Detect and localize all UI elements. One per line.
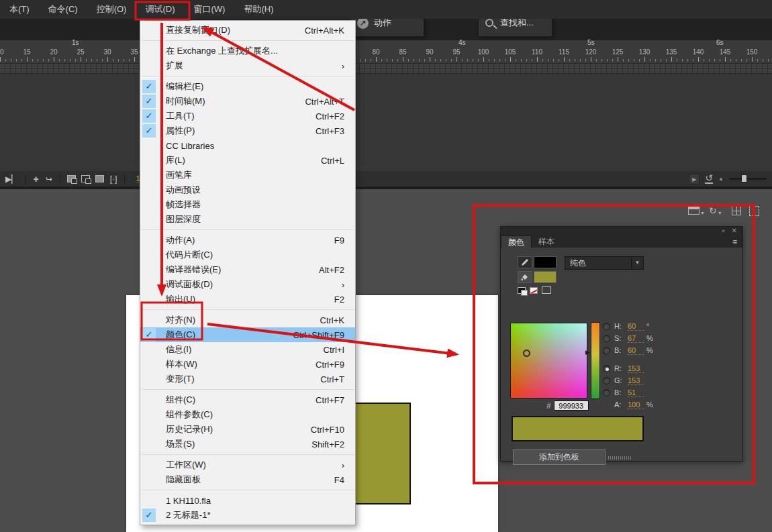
menu-item-label: CC Libraries — [166, 141, 214, 151]
window-menu-item-24[interactable]: 信息(I)Ctrl+I — [140, 342, 355, 357]
color-picker-marker[interactable] — [523, 350, 530, 357]
close-icon[interactable]: ✕ — [732, 227, 737, 235]
fill-color-swatch[interactable] — [534, 271, 557, 283]
window-menu-item-26[interactable]: 变形(T)Ctrl+T — [140, 372, 355, 386]
edit-multiple-frames-icon[interactable] — [95, 175, 104, 182]
menubar-item-4[interactable]: 窗口(W) — [184, 0, 234, 19]
check-spacer — [142, 263, 156, 276]
chevron-down-icon[interactable]: ▼ — [700, 211, 705, 215]
window-menu-item-8[interactable]: ✓属性(P)Ctrl+F3 — [140, 123, 355, 138]
window-menu-item-5[interactable]: ✓编辑栏(E) — [140, 79, 355, 94]
value-number[interactable]: 100 — [628, 401, 644, 409]
color-panel-header[interactable]: « ✕ — [501, 227, 742, 235]
radio-button[interactable] — [603, 377, 610, 384]
window-menu-item-19[interactable]: 调试面板(D)› — [140, 277, 355, 292]
window-menu-item-16[interactable]: 动作(A)F9 — [140, 233, 355, 248]
window-menu-item-20[interactable]: 输出(U)F2 — [140, 292, 355, 307]
scroll-right-icon[interactable]: ▶ — [689, 174, 699, 184]
window-menu-item-18[interactable]: 编译器错误(E)Alt+F2 — [140, 262, 355, 277]
window-menu-item-7[interactable]: ✓工具(T)Ctrl+F2 — [140, 109, 355, 123]
value-number[interactable]: 51 — [628, 388, 644, 397]
window-menu-item-3[interactable]: 扩展› — [140, 58, 355, 73]
window-menu-item-6[interactable]: ✓时间轴(M)Ctrl+Alt+T — [140, 94, 355, 109]
window-menu-item-31[interactable]: 场景(S)Shift+F2 — [140, 437, 355, 451]
center-frame-icon[interactable]: + — [33, 172, 38, 186]
stroke-color-swatch[interactable] — [534, 256, 557, 268]
window-menu-item-30[interactable]: 历史记录(H)Ctrl+F10 — [140, 422, 355, 437]
window-menu-item-10[interactable]: 库(L)Ctrl+L — [140, 153, 355, 168]
chevron-down-icon[interactable]: ▼ — [718, 211, 722, 215]
color-panel: « ✕ 颜色 样本 ≡ 纯色 ▼ — [500, 226, 743, 462]
check-spacer — [142, 183, 156, 197]
radio-button[interactable] — [603, 365, 610, 372]
window-menu-item-12[interactable]: 动画预设 — [140, 182, 355, 197]
clip-outside-stage-icon[interactable] — [749, 206, 759, 216]
window-menu-item-14[interactable]: 图层深度 — [140, 212, 355, 227]
window-menu-item-17[interactable]: 代码片断(C) — [140, 248, 355, 262]
chevron-down-icon[interactable]: ▼ — [631, 257, 643, 269]
rotate-view-icon[interactable]: ↻ — [709, 205, 717, 216]
reset-timeline-zoom-icon[interactable]: ↺ — [705, 174, 713, 184]
window-menu-dropdown: 直接复制窗口(D)Ctrl+Alt+K在 Exchange 上查找扩展名...扩… — [140, 20, 356, 525]
window-menu-item-25[interactable]: 样本(W)Ctrl+F9 — [140, 357, 355, 372]
play-to-end-icon[interactable]: ▶▏ — [5, 172, 17, 186]
black-white-icon[interactable] — [518, 287, 526, 294]
value-number[interactable]: 67 — [628, 334, 644, 343]
radio-button[interactable] — [603, 389, 610, 396]
hex-input[interactable]: 999933 — [554, 401, 589, 411]
timeline-frames-strip[interactable] — [0, 64, 772, 74]
window-menu-item-11[interactable]: 画笔库 — [140, 168, 355, 182]
timeline-zoom-slider[interactable] — [729, 178, 767, 180]
grid-icon[interactable] — [732, 206, 741, 215]
window-menu-item-34[interactable]: 隐藏面板F4 — [140, 472, 355, 487]
window-menu-item-29[interactable]: 组件参数(C) — [140, 407, 355, 422]
onion-skin-icon[interactable] — [67, 175, 76, 182]
menubar-item-5[interactable]: 帮助(H) — [234, 0, 283, 19]
timeline-ruler[interactable]: 1s4s5s6s10152025303540455055606570758085… — [0, 40, 772, 64]
window-menu-item-13[interactable]: 帧选择器 — [140, 197, 355, 212]
panel-resize-grip[interactable] — [608, 456, 632, 460]
hue-slider[interactable] — [591, 322, 600, 399]
panel-menu-icon[interactable]: ≡ — [732, 237, 737, 247]
add-to-swatches-button[interactable]: 添加到色板 — [513, 449, 606, 465]
color-type-dropdown[interactable]: 纯色 ▼ — [565, 256, 644, 270]
modify-markers-icon[interactable]: [·] — [110, 172, 117, 186]
color-gradient-picker[interactable] — [510, 323, 587, 398]
radio-button[interactable] — [603, 335, 610, 342]
radio-button[interactable] — [603, 323, 610, 330]
value-number[interactable]: 60 — [628, 346, 644, 355]
onion-skin-outlines-icon[interactable] — [81, 175, 90, 182]
window-menu-item-28[interactable]: 组件(C)Ctrl+F7 — [140, 392, 355, 407]
menubar-item-0[interactable]: 本(T) — [0, 0, 39, 19]
window-menu-item-0[interactable]: 直接复制窗口(D)Ctrl+Alt+K — [140, 23, 355, 38]
color-value-row-b2: B:60% — [603, 344, 690, 356]
value-number[interactable]: 60 — [628, 322, 644, 331]
window-menu-item-23[interactable]: ✓颜色(C)Ctrl+Shift+F9 — [140, 327, 355, 342]
color-preview-swatch[interactable] — [512, 416, 644, 441]
menubar-item-1[interactable]: 命令(C) — [39, 0, 87, 19]
menubar-item-2[interactable]: 控制(O) — [87, 0, 136, 19]
camera-icon[interactable] — [688, 207, 699, 215]
stroke-color-tool-icon[interactable] — [518, 256, 532, 268]
no-color-icon[interactable] — [530, 287, 538, 294]
tab-color[interactable]: 颜色 — [501, 235, 532, 248]
window-menu-item-2[interactable]: 在 Exchange 上查找扩展名... — [140, 44, 355, 58]
window-menu-item-22[interactable]: 对齐(N)Ctrl+K — [140, 313, 355, 327]
window-menu-item-33[interactable]: 工作区(W)› — [140, 458, 355, 472]
fill-color-tool-icon[interactable] — [518, 271, 532, 283]
zoom-step-icon[interactable]: ▲ — [718, 176, 724, 182]
swap-colors-icon[interactable] — [542, 286, 551, 294]
window-menu-item-36[interactable]: 1 KH110.fla — [140, 493, 355, 508]
timeline-toolbar: ▶▏ + ↪ [·] 1 24 ▶ ↺ ▲ — [0, 171, 772, 189]
window-menu-item-37[interactable]: ✓2 无标题-1* — [140, 508, 355, 523]
zoom-slider-thumb[interactable] — [741, 174, 747, 182]
loop-playback-icon[interactable]: ↪ — [46, 172, 52, 186]
value-number[interactable]: 153 — [628, 376, 644, 385]
window-menu-item-9[interactable]: CC Libraries — [140, 138, 355, 153]
tab-swatches[interactable]: 样本 — [532, 235, 561, 248]
collapse-panel-icon[interactable]: « — [722, 227, 725, 235]
menubar-item-3[interactable]: 调试(D) — [136, 0, 184, 19]
radio-button[interactable] — [603, 347, 610, 354]
menu-shortcut: F9 — [334, 235, 355, 246]
value-number[interactable]: 153 — [628, 364, 644, 373]
